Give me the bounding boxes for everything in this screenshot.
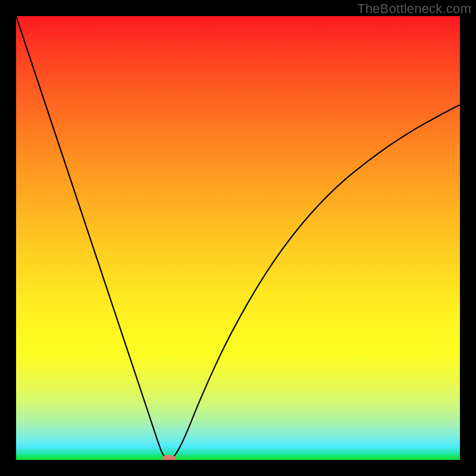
optimum-marker (162, 455, 176, 460)
bottleneck-curve (16, 16, 460, 459)
plot-area (16, 16, 460, 460)
curve-svg (16, 16, 460, 460)
chart-frame: TheBottleneck.com (0, 0, 476, 476)
watermark-text: TheBottleneck.com (357, 1, 471, 17)
